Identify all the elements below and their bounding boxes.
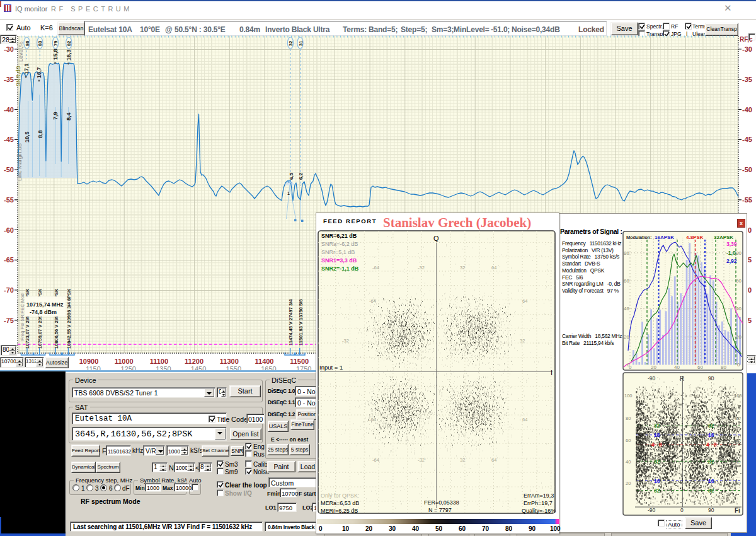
svg-text:Freq Pol SR FEC: Freq Pol SR FEC Mod: [20, 293, 25, 341]
svg-text:-50: -50: [4, 166, 14, 173]
svg-text:SNR2=-1,1 dB: SNR2=-1,1 dB: [321, 265, 359, 272]
svg-text:60: 60: [697, 364, 703, 370]
svg-text:16: 16: [654, 478, 660, 484]
svg-text:SNR,dB: SNR,dB: [15, 66, 21, 86]
svg-text:-32: -32: [418, 265, 425, 271]
svg-text:60: 60: [735, 438, 740, 443]
svg-text:Input = 1: Input = 1: [319, 364, 343, 371]
svg-text:-64: -64: [369, 298, 376, 304]
svg-text:32: 32: [460, 457, 465, 463]
svg-text:100: 100: [624, 393, 633, 399]
svg-text:N = 7797: N = 7797: [428, 507, 452, 513]
svg-text:40: 40: [674, 364, 680, 370]
svg-text:-90: -90: [648, 375, 656, 382]
svg-text:-45: -45: [4, 136, 14, 143]
svg-text:4: 4: [651, 441, 655, 448]
svg-text:32: 32: [654, 458, 660, 465]
svg-text:0: 0: [680, 507, 684, 513]
svg-text:32: 32: [288, 41, 294, 46]
svg-text:-30: -30: [4, 45, 14, 53]
svg-text:80: 80: [736, 250, 742, 256]
svg-text:ErrAm=19,3: ErrAm=19,3: [524, 492, 554, 499]
svg-text:40: 40: [624, 306, 629, 312]
svg-text:-64: -64: [372, 457, 379, 463]
svg-text:16,7: 16,7: [36, 67, 42, 78]
svg-text:4.8PSK: 4.8PSK: [686, 235, 704, 240]
svg-text:-40: -40: [742, 106, 752, 114]
svg-text:64: 64: [522, 417, 527, 422]
svg-text:64: 64: [491, 265, 496, 271]
svg-text:SNRr=5,1 dB: SNRr=5,1 dB: [321, 249, 355, 255]
svg-text:2,92: 2,92: [726, 258, 737, 264]
svg-text:MERr=6,25 dB: MERr=6,25 dB: [321, 508, 358, 514]
svg-text:60: 60: [624, 278, 629, 284]
svg-text:3,30: 3,30: [726, 241, 737, 247]
svg-text:8: 8: [659, 441, 662, 448]
svg-text:4: 4: [706, 441, 709, 448]
svg-text:79: 79: [53, 41, 59, 46]
svg-text:-45: -45: [742, 136, 752, 143]
svg-text:Only for QPSK:: Only for QPSK:: [321, 492, 360, 499]
svg-text:90: 90: [708, 507, 714, 513]
svg-text:8,8: 8,8: [37, 130, 43, 138]
svg-text:40: 40: [735, 459, 740, 465]
svg-text:6,5: 6,5: [289, 172, 294, 180]
svg-text:-32: -32: [418, 457, 425, 463]
svg-text:20: 20: [651, 364, 656, 370]
svg-text:31: 31: [298, 41, 304, 46]
svg-text:80: 80: [721, 364, 726, 370]
svg-text:Q: Q: [433, 235, 439, 242]
svg-text:17,1: 17,1: [23, 63, 30, 74]
svg-text:-35: -35: [742, 76, 752, 83]
svg-text:32: 32: [654, 487, 660, 494]
svg-text:I: I: [551, 369, 553, 376]
svg-text:Quality=-16%: Quality=-16%: [522, 508, 556, 514]
svg-text:82: 82: [66, 41, 72, 46]
svg-text:20: 20: [624, 334, 629, 340]
svg-text:10715,74 MHz: 10715,74 MHz: [26, 301, 64, 308]
svg-text:11100: 11100: [150, 358, 168, 365]
svg-text:R: R: [680, 375, 684, 382]
svg-text:11300: 11300: [220, 358, 239, 365]
svg-text:SNRa=-6,2 dB: SNRa=-6,2 dB: [321, 241, 358, 247]
svg-text:0: 0: [737, 362, 740, 368]
svg-text:80: 80: [735, 416, 740, 421]
svg-text:-64: -64: [369, 417, 376, 422]
svg-text:10842,55 V 29996 3/4 8PSK: 10842,55 V 29996 3/4 8PSK: [66, 288, 72, 349]
svg-text:32: 32: [708, 422, 714, 429]
svg-text:60: 60: [626, 438, 631, 443]
svg-text:11501,63 V 13750 5/6: 11501,63 V 13750 5/6: [298, 300, 304, 346]
svg-text:32APSK: 32APSK: [714, 235, 733, 240]
svg-text:32: 32: [460, 265, 465, 271]
svg-text:-1,0: -1,0: [726, 250, 736, 256]
svg-text:80: 80: [626, 416, 631, 421]
svg-text:64: 64: [491, 457, 496, 463]
svg-text:40: 40: [626, 459, 631, 465]
svg-text:-55: -55: [742, 196, 752, 204]
svg-text:1: 1: [287, 191, 290, 195]
svg-text:10,5: 10,5: [24, 131, 30, 143]
svg-text:16: 16: [654, 432, 660, 438]
svg-text:7,9: 7,9: [52, 112, 59, 120]
svg-text:0: 0: [748, 286, 752, 294]
svg-text:RF,c: RF,c: [740, 36, 753, 43]
svg-text:-70: -70: [4, 286, 14, 294]
svg-text:-74,8 dBm: -74,8 dBm: [30, 309, 57, 315]
svg-text:Linc Margin,dB: Linc Margin,dB: [16, 143, 23, 181]
svg-text:MERa=6,53 dB: MERa=6,53 dB: [321, 500, 359, 506]
svg-text:-50: -50: [742, 166, 752, 173]
svg-text:10900: 10900: [79, 358, 99, 365]
svg-text:8,4: 8,4: [66, 112, 72, 120]
svg-text:SNR=6,21 dB: SNR=6,21 dB: [321, 233, 357, 239]
svg-text:8: 8: [714, 441, 717, 448]
svg-text:-30: -30: [742, 45, 752, 53]
svg-text:SNR1=3,3 dB: SNR1=3,3 dB: [321, 257, 357, 264]
svg-text:32: 32: [654, 422, 660, 429]
svg-text:11474,45 V 27497 3/4: 11474,45 V 27497 3/4: [288, 299, 294, 346]
svg-text:-35: -35: [4, 76, 14, 83]
svg-text:86: 86: [25, 41, 30, 46]
svg-text:FER=0,05338: FER=0,05338: [424, 499, 459, 506]
svg-text:-75: -75: [4, 317, 14, 324]
svg-text:-65: -65: [4, 256, 14, 264]
svg-text:-90: -90: [648, 507, 656, 513]
